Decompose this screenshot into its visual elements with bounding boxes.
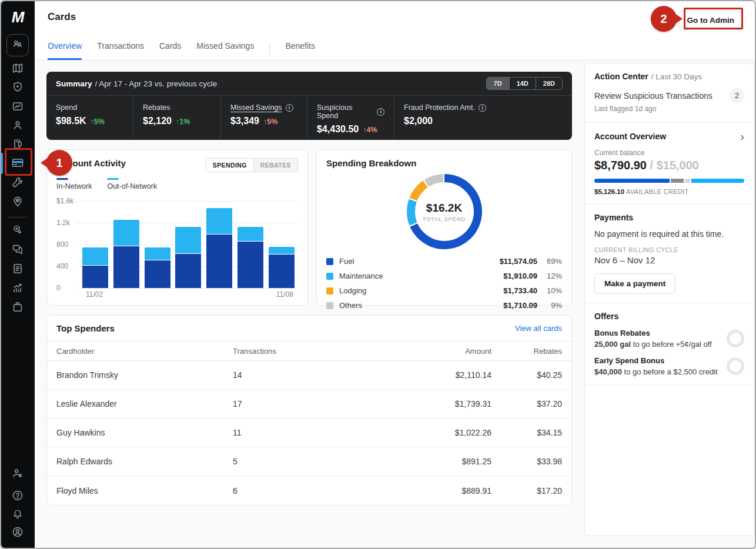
sidebar-divider (8, 217, 28, 217)
lodging-swatch (326, 287, 333, 294)
offers-section: Offers Bonus Rebates 25,000 gal to go be… (585, 303, 754, 386)
sidebar-item-account[interactable] (9, 524, 26, 542)
stacked-bar-11/06[interactable] (206, 208, 232, 288)
toggle-rebates[interactable]: REBATES (254, 159, 297, 172)
metric-spend: Spend $98.5K↑5% (46, 96, 133, 139)
legend-in-network: In-Network (56, 178, 92, 190)
missed-savings-delta: ↑5% (263, 118, 277, 126)
chat-icon (11, 243, 24, 258)
fuel-swatch (326, 258, 333, 265)
sidebar-item-documents[interactable] (9, 261, 26, 279)
document-icon (11, 262, 24, 277)
stacked-bar-11/08[interactable] (269, 247, 295, 288)
x-label-last: 11/08 (276, 290, 293, 299)
sidebar-item-admin[interactable] (9, 466, 26, 483)
action-center-title: Action Center (594, 72, 648, 81)
current-balance-label: Current balance (594, 149, 744, 157)
admin-user-gear-icon (11, 467, 24, 482)
stacked-bar-11/03[interactable] (113, 220, 139, 288)
table-row[interactable]: Leslie Alexander17 $1,739.31$37.20 (47, 390, 571, 419)
make-a-payment-button[interactable]: Make a payment (594, 273, 675, 294)
sidebar-item-drivers[interactable] (9, 118, 26, 135)
account-icon (11, 525, 24, 541)
info-icon[interactable]: i (479, 104, 486, 112)
fuel-pin-icon (11, 195, 24, 210)
sidebar-item-fuel-hub[interactable] (9, 194, 26, 212)
last-flagged-meta: Last flagged 1d ago (594, 105, 744, 113)
tab-cards[interactable]: Cards (159, 41, 181, 60)
tab-bar: Overview Transactions Cards Missed Savin… (48, 39, 315, 60)
view-all-cards-link[interactable]: View all cards (515, 324, 562, 333)
sidebar-item-cards[interactable] (9, 155, 26, 173)
sidebar-item-reports[interactable] (9, 280, 26, 298)
sidebar-item-notifications[interactable] (9, 507, 26, 524)
spending-rebates-toggle: SPENDING REBATES (206, 158, 298, 172)
table-row[interactable]: Guy Hawkins11 $1,022.26$34.15 (47, 419, 571, 447)
shield-icon (11, 81, 24, 96)
sidebar-item-map[interactable] (9, 61, 26, 78)
rebates-delta: ↑1% (176, 118, 190, 126)
top-spenders-title: Top Spenders (56, 323, 115, 333)
summary-metrics: Spend $98.5K↑5% Rebates $2,120↑1% Missed… (46, 96, 572, 139)
sidebar-item-marketplace[interactable] (9, 299, 26, 317)
donut-center: $16.2K TOTAL SPEND (415, 182, 474, 241)
current-balance-value: $8,790.90 / $15,000 (594, 159, 744, 172)
range-option-14d[interactable]: 14D (509, 78, 536, 89)
review-suspicious-transactions[interactable]: Review Suspicious Transactions 2 (594, 88, 744, 103)
spending-breakdown-card: Spending Breakdown $16.2K TOTAL SPEND Fu… (316, 149, 572, 306)
maintenance-swatch (326, 273, 333, 280)
action-center-section: Action Center / Last 30 Days Review Susp… (585, 63, 754, 122)
stacked-bar-11/02[interactable] (82, 247, 108, 288)
activity-bar-chart: $1.6k1.2k8004000 11/02 11/08 (56, 197, 298, 296)
sidebar-item-messages[interactable] (9, 242, 26, 259)
payments-title: Payments (594, 213, 744, 222)
breakdown-legend: Fuel $11,574.0569% Maintenance $1,910.09… (326, 254, 562, 313)
out-of-network-swatch (107, 178, 119, 180)
stacked-bar-11/07[interactable] (237, 227, 263, 288)
info-icon[interactable]: i (377, 108, 384, 116)
sidebar-item-dashboard[interactable] (9, 99, 26, 116)
progress-ring-icon (727, 357, 744, 375)
total-spend-value: $16.2K (426, 202, 462, 215)
credit-bar-segment (685, 179, 690, 183)
billing-cycle-dates: Nov 6 – Nov 12 (594, 255, 744, 265)
account-activity-card: Account Activity SPENDING REBATES In-Net… (46, 149, 308, 306)
range-option-28d[interactable]: 28D (536, 78, 562, 89)
credit-bar-segment (671, 179, 684, 183)
offers-title: Offers (594, 312, 744, 321)
chevron-right-icon[interactable]: › (740, 130, 744, 142)
table-row[interactable]: Ralph Edwards5 $891.25$33.98 (47, 447, 571, 476)
spend-delta: ↑5% (91, 118, 105, 126)
sidebar-item-eld-devices[interactable] (9, 136, 26, 154)
tab-divider (269, 43, 270, 55)
table-row[interactable]: Floyd Miles6 $889.91$17.20 (47, 476, 571, 505)
tab-benefits[interactable]: Benefits (285, 41, 315, 60)
tab-overview[interactable]: Overview (48, 41, 82, 60)
toggle-spending[interactable]: SPENDING (206, 159, 254, 172)
credit-bar-segment (691, 179, 744, 183)
bell-icon (11, 508, 24, 523)
range-option-7d[interactable]: 7D (487, 78, 509, 89)
org-people-icon (11, 38, 24, 53)
table-row[interactable]: Brandon Trimsky14 $2,110.14$40.25 (47, 361, 571, 390)
others-swatch (326, 302, 333, 309)
reports-chart-icon (11, 282, 24, 297)
sidebar-item-help[interactable] (9, 488, 26, 506)
y-axis-tick: 1.2k (56, 219, 70, 227)
offer-early-spend-bonus[interactable]: Early Spend Bonus $40,000 to go before a… (594, 356, 744, 376)
sidebar-item-dashcam[interactable] (9, 222, 26, 240)
credit-usage-bar (594, 179, 744, 183)
sidebar-item-safety[interactable] (9, 79, 26, 97)
right-panel: Action Center / Last 30 Days Review Susp… (584, 63, 754, 536)
offer-bonus-rebates[interactable]: Bonus Rebates 25,000 gal to go before +5… (594, 329, 744, 349)
stacked-bar-11/05[interactable] (175, 227, 201, 288)
progress-ring-icon (727, 330, 744, 347)
activity-legend: In-Network Out-of-Network (56, 178, 298, 190)
stacked-bar-11/04[interactable] (145, 247, 170, 288)
tab-transactions[interactable]: Transactions (97, 41, 144, 60)
info-icon[interactable]: i (286, 104, 293, 112)
tab-missed-savings[interactable]: Missed Savings (196, 41, 254, 60)
sidebar-item-org-switcher[interactable] (6, 34, 29, 56)
table-header: Cardholder Transactions Amount Rebates (47, 342, 571, 361)
sidebar-item-maintenance[interactable] (9, 175, 26, 192)
